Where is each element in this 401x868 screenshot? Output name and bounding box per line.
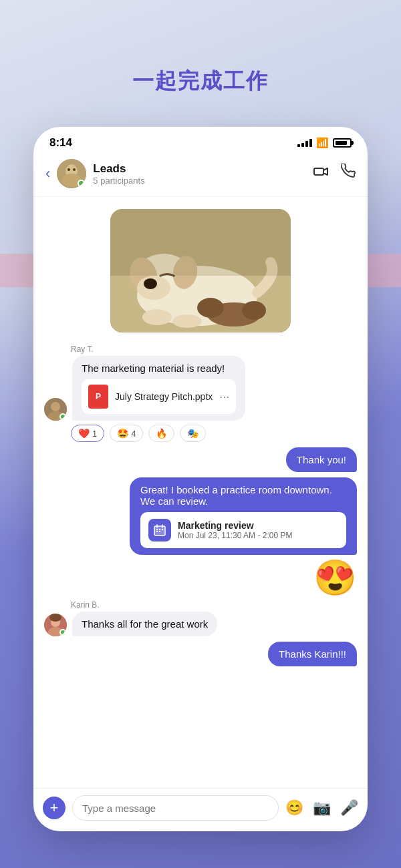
file-name: July Strategy Pitch.pptx [115,391,213,402]
svg-rect-29 [156,531,158,532]
svg-point-22 [51,402,60,411]
sender-name-ray: Ray T. [71,345,94,354]
input-bar: + 😊 📷 🎤 [33,788,368,831]
svg-marker-6 [323,168,327,175]
message-booked: Great! I booked a practice room downtown… [44,477,357,555]
battery-icon [333,138,352,148]
message-ray: Ray T. The marketing material is ready! … [44,345,357,442]
video-call-button[interactable] [313,164,329,184]
online-indicator [78,180,85,187]
svg-point-3 [68,168,70,171]
svg-point-36 [49,614,61,622]
ray-online-dot [59,413,66,420]
reaction-heart[interactable]: ❤️ 1 [71,425,104,442]
svg-point-18 [197,298,224,318]
ray-message-text: The marketing material is ready! [82,363,236,374]
calendar-icon [148,519,171,541]
reaction-other[interactable]: 🎭 [180,425,206,442]
svg-rect-5 [314,168,323,175]
reaction-fire[interactable]: 🔥 [148,425,174,442]
booked-text: Great! I booked a practice room downtown… [140,484,346,507]
file-attachment[interactable]: P July Strategy Pitch.pptx ··· [82,379,236,414]
add-button[interactable]: + [43,797,65,819]
status-time: 8:14 [49,136,72,150]
booked-bubble: Great! I booked a practice room downtown… [130,477,357,555]
header-actions [313,164,356,184]
emoji-button[interactable]: 😊 [285,799,303,817]
dog-image [110,209,291,333]
reaction-fire-emoji: 🔥 [156,428,167,439]
calendar-time: Mon Jul 23, 11:30 AM - 2:00 PM [178,531,292,540]
pptx-icon: P [88,385,108,409]
input-icons: 😊 📷 🎤 [285,799,358,817]
header-avatar [57,159,86,188]
thankyou-bubble: Thank you! [286,447,357,472]
page-title: 一起完成工作 [0,67,401,96]
reaction-heart-count: 1 [92,429,97,439]
calendar-title: Marketing review [178,520,292,531]
signal-bars-icon [297,139,312,147]
svg-rect-27 [159,529,160,530]
svg-point-15 [142,309,172,325]
camera-button[interactable]: 📷 [313,799,331,817]
karin-message-bubble: Thanks all for the great work [72,612,217,636]
svg-point-4 [73,168,76,171]
thankyou-text: Thank you! [297,454,346,465]
message-karin: Karin B. Thanks all for the great work [44,600,357,636]
status-bar: 8:14 📶 [33,127,368,154]
back-button[interactable]: ‹ [45,165,50,182]
calendar-card[interactable]: Marketing review Mon Jul 23, 11:30 AM - … [140,512,346,548]
heart-eyes-emoji: 😍 [313,560,357,595]
karin-online-dot [59,629,66,636]
reaction-heart-emoji: ❤️ [78,428,90,439]
message-thanks-karin: Thanks Karin!!! [44,642,357,666]
wifi-icon: 📶 [316,137,329,149]
header-info: Leads 5 participants [93,162,313,186]
ray-avatar [44,398,67,421]
svg-point-14 [144,278,157,289]
dog-image-wrapper [44,209,357,333]
ray-message-bubble: The marketing material is ready! P July … [72,356,245,421]
message-row-karin: Thanks all for the great work [44,612,217,636]
reaction-star-emoji: 🤩 [117,428,128,439]
mic-button[interactable]: 🎤 [340,799,358,817]
thanks-karin-bubble: Thanks Karin!!! [268,642,357,666]
message-row-ray: The marketing material is ready! P July … [44,356,245,421]
svg-rect-28 [162,529,163,530]
phone-card: 8:14 📶 ‹ [33,127,368,831]
calendar-info: Marketing review Mon Jul 23, 11:30 AM - … [178,520,292,540]
svg-point-19 [242,301,266,320]
emoji-message: 😍 [44,560,357,595]
chat-header: ‹ Leads 5 participants [33,154,368,197]
status-icons: 📶 [297,137,352,149]
file-options[interactable]: ··· [219,390,229,404]
reactions-row: ❤️ 1 🤩 4 🔥 🎭 [71,425,206,442]
karin-avatar [44,614,67,636]
sender-name-karin: Karin B. [71,600,100,610]
reaction-other-emoji: 🎭 [187,428,198,439]
participants-count: 5 participants [93,176,313,186]
thanks-karin-text: Thanks Karin!!! [279,648,346,660]
svg-point-16 [172,314,202,328]
svg-rect-30 [159,531,160,532]
svg-rect-26 [156,529,158,530]
message-thankyou: Thank you! [44,447,357,472]
chat-name: Leads [93,162,313,176]
plus-icon: + [50,801,59,815]
messages-area: Ray T. The marketing material is ready! … [33,197,368,788]
karin-message-text: Thanks all for the great work [82,618,208,630]
svg-rect-20 [110,209,291,276]
message-input[interactable] [72,795,279,821]
reaction-star-count: 4 [131,429,136,439]
phone-call-button[interactable] [341,164,356,184]
reaction-star[interactable]: 🤩 4 [110,425,143,442]
